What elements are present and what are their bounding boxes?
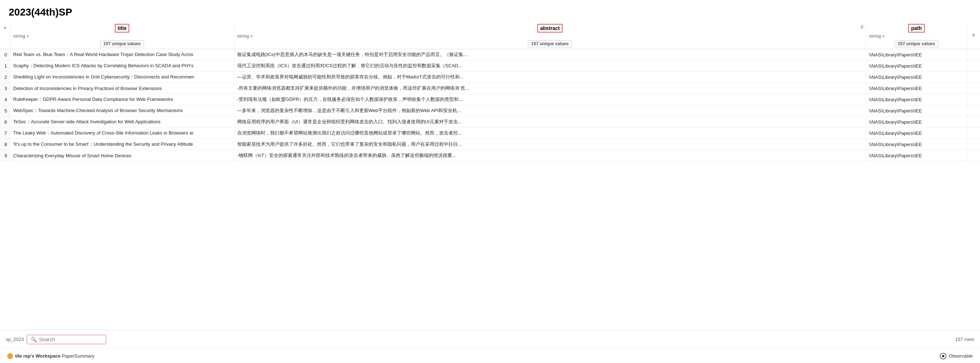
workspace-dot-icon [7,353,13,359]
row-index: 9 [0,150,10,161]
footer: sp_2023 🔍 157 rows [0,330,980,349]
cell-empty [967,150,980,161]
observable-icon [940,352,947,360]
col-name-path: path [908,24,925,32]
cell-empty [967,94,980,105]
col-toggle-btn[interactable]: ⌄ [0,22,10,49]
cell-abstract: -所有主要的网络浏览器都支持扩展来提供额外的功能，并增强用户的浏览体验，而这些扩… [234,83,866,94]
cell-empty [967,49,980,61]
table-name-label: sp_2023 [6,337,24,342]
cell-empty [967,83,980,94]
cell-title: Characterizing Everyday Misuse of Smart … [10,150,234,161]
abstract-unique-badge[interactable]: 157 unique values [528,40,572,47]
cell-path: \\NAS\Library\Papers\IEE [866,61,967,72]
cell-title: Detection of Inconsistencies in Privacy … [10,83,234,94]
cell-title: Scaphy：Detecting Modern ICS Attacks by C… [10,61,234,72]
data-table: ⌄ title string ▼ 157 unique values [0,22,980,161]
col-type-path: string ▼ [869,34,964,39]
row-index: 0 [0,49,10,61]
table-row[interactable]: 1Scaphy：Detecting Modern ICS Attacks by … [0,61,980,72]
cell-title: TeSec：Accurate Server-side Attack Invest… [10,117,234,128]
table-row[interactable]: 4RuleKeeper：GDPR-Aware Personal Data Com… [0,94,980,105]
cell-title: RuleKeeper：GDPR-Aware Personal Data Comp… [10,94,234,105]
table-row[interactable]: 0Red Team vs. Blue Team：A Real-World Har… [0,49,980,61]
cell-abstract: 智能家居技术为用户提供了许多好处。然而，它们也带来了复杂的安全和隐私问题，用户在… [234,139,866,150]
col-name-title: title [115,24,130,32]
search-icon: 🔍 [31,337,37,342]
row-index: 3 [0,83,10,94]
observable-label: Observable [949,353,973,359]
header-row: ⌄ title string ▼ 157 unique values [0,22,980,49]
page-title: 2023(44th)SP [0,0,980,22]
cell-path: \\NAS\Library\Papers\IEE [866,83,967,94]
workspace-info: tile rep's Workspace PaperSummary [7,353,95,359]
col-type-title: string ▼ [13,34,231,39]
row-count: 157 rows [955,337,974,342]
cell-path: \\NAS\Library\Papers\IEE [866,128,967,139]
path-unique-badge[interactable]: 157 unique values [894,40,938,47]
observable-logo: Observable [940,352,973,360]
row-index: 1 [0,61,10,72]
cell-title: Red Team vs. Blue Team：A Real-World Hard… [10,49,234,61]
table-row[interactable]: 2Shedding Light on Inconsistencies in Gr… [0,72,980,83]
bottom-bar: tile rep's Workspace PaperSummary Observ… [0,349,980,363]
workspace-label: tile rep's Workspace PaperSummary [15,353,95,359]
page-container: 2023(44th)SP ⌄ titl [0,0,980,363]
cell-empty [967,128,980,139]
col-name-abstract: abstract [537,24,563,32]
add-column-th: + [967,22,980,49]
sort-icon-abstract[interactable]: ⇵ [860,25,864,30]
search-box[interactable]: 🔍 [27,335,106,344]
cell-path: \\NAS\Library\Papers\IEE [866,150,967,161]
cell-empty [967,61,980,72]
row-index: 8 [0,139,10,150]
cell-abstract: 网络应用程序的用户界面（UI）通常是企业和组织受到网络攻击的入口。找到入侵者使用… [234,117,866,128]
cell-abstract: 现代工业控制系统（ICS）攻击通过利用对ICS过程的了解，将它们的活动与良性的监… [234,61,866,72]
table-row[interactable]: 3Detection of Inconsistencies in Privacy… [0,83,980,94]
cell-empty [967,72,980,83]
row-index: 5 [0,105,10,117]
cell-title: 'It's up to the Consumer to be Smart'：Un… [10,139,234,150]
add-column-button[interactable]: + [970,30,977,40]
cell-path: \\NAS\Library\Papers\IEE [866,139,967,150]
cell-title: Shedding Light on Inconsistencies in Gri… [10,72,234,83]
cell-empty [967,139,980,150]
cell-abstract: 在浏览网络时，我们都不希望网站推测出我们之前访问过哪些其他网站或登录了哪些网站。… [234,128,866,139]
cell-path: \\NAS\Library\Papers\IEE [866,94,967,105]
title-unique-badge[interactable]: 157 unique values [100,40,144,47]
table-wrapper: ⌄ title string ▼ 157 unique values [0,22,980,330]
search-input[interactable] [39,337,97,342]
cell-title: WebSpec：Towards Machine-Checked Analysis… [10,105,234,117]
cell-title: The Leaky Web：Automated Discovery of Cro… [10,128,234,139]
row-index: 4 [0,94,10,105]
cell-abstract: —运营、学术和政策界对电网威胁的可能性和所导致的损害存在分歧。例如，对于MadI… [234,72,866,83]
table-row[interactable]: 7The Leaky Web：Automated Discovery of Cr… [0,128,980,139]
cell-abstract: -受到现有法规（如欧盟GDPR）的压力，在线服务必须告知个人数据保护政策，声明收… [234,94,866,105]
cell-path: \\NAS\Library\Papers\IEE [866,105,967,117]
svg-point-1 [942,355,944,357]
cell-abstract: —多年来，浏览器的复杂性不断增加，这是由于不断引入和更新Web平台组件，例如新的… [234,105,866,117]
cell-empty [967,105,980,117]
table-row[interactable]: 9Characterizing Everyday Misuse of Smart… [0,150,980,161]
table-body: 0Red Team vs. Blue Team：A Real-World Har… [0,49,980,161]
col-header-title: title string ▼ 157 unique values [10,22,234,49]
table-row[interactable]: 8'It's up to the Consumer to be Smart'：U… [0,139,980,150]
cell-path: \\NAS\Library\Papers\IEE [866,49,967,61]
table-row[interactable]: 5WebSpec：Towards Machine-Checked Analysi… [0,105,980,117]
row-index: 6 [0,117,10,128]
cell-empty [967,117,980,128]
col-header-path: path string ▼ 157 unique values [866,22,967,49]
cell-abstract: -物联网（IoT）安全的探索通常关注外部和技术熟练的攻击者带来的威胁。虽然了解这… [234,150,866,161]
cell-path: \\NAS\Library\Papers\IEE [866,117,967,128]
row-index: 2 [0,72,10,83]
col-type-abstract: string ▼ [237,34,863,39]
row-index: 7 [0,128,10,139]
cell-path: \\NAS\Library\Papers\IEE [866,72,967,83]
table-row[interactable]: 6TeSec：Accurate Server-side Attack Inves… [0,117,980,128]
footer-left: sp_2023 🔍 [6,335,106,344]
col-header-abstract: ⇵ abstract string ▼ 157 unique values [234,22,866,49]
cell-abstract: 验证集成电路(ICs)中恶意插入的木马的缺失是一项关键任务，特别是对于启用安全功… [234,49,866,61]
